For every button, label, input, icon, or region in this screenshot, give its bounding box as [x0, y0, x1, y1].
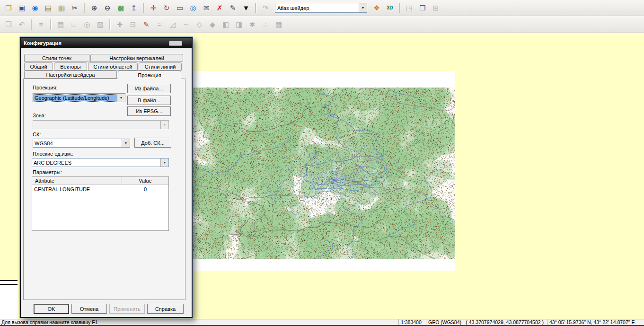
parameters-label: Параметры: — [33, 169, 62, 175]
frame-button: □ — [68, 18, 80, 31]
param-table-row[interactable]: CENTRAL LONGITUDE0 — [32, 185, 168, 193]
tab-projection[interactable]: Проекция — [118, 70, 181, 79]
tab-vectors[interactable]: Векторы — [54, 62, 87, 70]
pan-up-button[interactable]: ↥ — [128, 2, 140, 14]
zoom-out-icon: ⊖ — [105, 4, 111, 11]
find-button[interactable]: ◎ — [187, 2, 199, 14]
fit-extent-button[interactable]: ▩ — [115, 2, 127, 14]
zone-combobox: ▼ — [33, 120, 169, 129]
shader-combobox[interactable]: Atlas шейдер▼ — [275, 3, 367, 13]
undo-icon: ↶ — [19, 21, 25, 28]
remove-object-button: ⊟ — [127, 18, 139, 31]
to-file-button[interactable]: В файл... — [127, 96, 171, 105]
ok-button[interactable]: OK — [34, 304, 69, 314]
toolbar-separator — [31, 19, 32, 30]
value-column-header[interactable]: Value — [122, 177, 168, 185]
chevron-down-icon[interactable]: ▼ — [122, 139, 130, 147]
add-cs-button[interactable]: Доб. СК... — [134, 138, 171, 148]
save-button[interactable]: ▣ — [16, 2, 28, 14]
status-help-text: Для вызова справки нажмите клавишу F1 — [0, 319, 398, 325]
tab-shader-settings[interactable]: Настройки шейдера — [24, 70, 117, 79]
chevron-down-icon[interactable]: ▼ — [160, 159, 168, 167]
zoom-out-button[interactable]: ⊖ — [101, 2, 114, 14]
layers-button: ▤ — [54, 18, 67, 31]
mail-button[interactable]: ✉ — [200, 2, 212, 14]
fit-extent-icon: ▩ — [117, 4, 124, 11]
map-book-icon: ▤ — [45, 4, 52, 11]
expand-more-button[interactable]: ▼ — [240, 2, 252, 14]
from-epsg-button[interactable]: Из EPSG... — [127, 106, 171, 116]
dialog-title: Конфигурация — [24, 40, 169, 46]
toolbar-separator — [399, 3, 400, 13]
map-book-edit-icon: ▥ — [58, 4, 65, 11]
pan-up-icon: ↥ — [131, 4, 137, 11]
rotate-view-button[interactable]: ↻ — [160, 2, 173, 14]
units-label: Плоские ед.изм.: — [33, 151, 73, 157]
map-book-button[interactable]: ▤ — [42, 2, 54, 14]
map-view[interactable] — [192, 71, 455, 271]
cut-button[interactable]: ✂ — [69, 2, 81, 14]
shader-palette-button[interactable]: ❖ — [371, 2, 383, 14]
tab-vertical-settings[interactable]: Настройки вертикалей — [90, 54, 183, 62]
open-secondary-icon: ❐ — [5, 21, 11, 28]
draw-button[interactable]: ✎ — [227, 2, 239, 14]
toolbar-separator — [143, 3, 144, 13]
legend-button[interactable]: ❒ — [416, 2, 429, 14]
align-icon: ≡ — [39, 21, 44, 28]
tab-general[interactable]: Общий — [24, 62, 53, 70]
delete-button[interactable]: ✗ — [213, 2, 226, 14]
rotate-view-icon: ↻ — [164, 4, 170, 11]
tab-point-styles[interactable]: Стили точек — [24, 54, 89, 62]
help-button[interactable]: Справка — [147, 304, 184, 314]
chevron-down-icon[interactable]: ▼ — [117, 94, 125, 102]
open-button[interactable]: ❐ — [2, 2, 15, 14]
param-value-cell: 0 — [122, 185, 168, 193]
hatch-button: ▨ — [94, 18, 106, 31]
toolbar-separator — [84, 3, 85, 13]
zone-combobox-value — [33, 124, 160, 125]
configuration-dialog: Конфигурация Стили точекНастройки вертик… — [20, 37, 193, 318]
status-geo-coordinates: GEO (WGS84) - ( 43.3707974029, 43.087770… — [426, 319, 547, 325]
cs-combobox[interactable]: WGS84 ▼ — [33, 139, 130, 148]
shader-combobox-value: Atlas шейдер — [275, 5, 359, 11]
tab-line-styles[interactable]: Стили линий — [139, 62, 182, 70]
zoom-area-button[interactable]: ✛ — [147, 2, 159, 14]
cs-combobox-value: WGS84 — [33, 140, 122, 147]
redo-button: ↷ — [259, 2, 272, 14]
view-3d-button[interactable]: 3D — [384, 2, 396, 14]
projection-label: Проекция: — [33, 85, 58, 90]
cut-icon: ✂ — [72, 4, 78, 11]
projection-combobox[interactable]: Geographic (Latitude/Longitude) ▼ — [33, 93, 125, 102]
dialog-titlebar[interactable]: Конфигурация — [21, 38, 192, 48]
from-file-button[interactable]: Из файла... — [127, 84, 171, 93]
wave-button: ≈ — [153, 18, 166, 31]
dialog-titlebar-button[interactable] — [169, 41, 182, 46]
view-3d-icon: 3D — [387, 6, 393, 10]
secondary-toolbar: ❐↶≡▤□◎▨✚⊟✎≈◿∼◇◆◧◨✱∴▦ — [0, 16, 644, 33]
tab-row-3: Настройки шейдераПроекция — [24, 70, 181, 79]
draw-icon: ✎ — [230, 4, 236, 11]
world-button[interactable]: ◉ — [29, 2, 41, 14]
layers-icon: ▤ — [57, 21, 64, 28]
edit-shader-button[interactable]: ✎ — [140, 18, 152, 31]
cancel-button[interactable]: Отмена — [71, 304, 107, 314]
units-combobox[interactable]: ARC DEGREES ▼ — [32, 158, 169, 167]
zoom-in-button[interactable]: ⊕ — [88, 2, 100, 14]
apply-button: Применить — [109, 304, 145, 314]
topographic-map-canvas[interactable] — [192, 88, 455, 259]
ruler-icon: ▭ — [176, 4, 183, 11]
toolbar-separator — [255, 3, 256, 13]
units-combobox-value: ARC DEGREES — [32, 159, 160, 166]
polygon-button: ◇ — [193, 18, 205, 31]
param-attribute-cell: CENTRAL LONGITUDE — [32, 185, 122, 193]
curve-icon: ∼ — [183, 21, 189, 28]
attribute-column-header[interactable]: Attribute — [32, 177, 122, 185]
points-button: ∴ — [259, 18, 272, 31]
map-book-edit-button[interactable]: ▥ — [55, 2, 68, 14]
grid-button: ⊞ — [430, 2, 442, 14]
toolbar-separator — [50, 19, 52, 30]
ruler-button[interactable]: ▭ — [174, 2, 186, 14]
chevron-down-icon[interactable]: ▼ — [359, 3, 367, 12]
dock-panel-divider — [0, 284, 18, 285]
tab-area-styles[interactable]: Стили областей — [88, 62, 138, 70]
